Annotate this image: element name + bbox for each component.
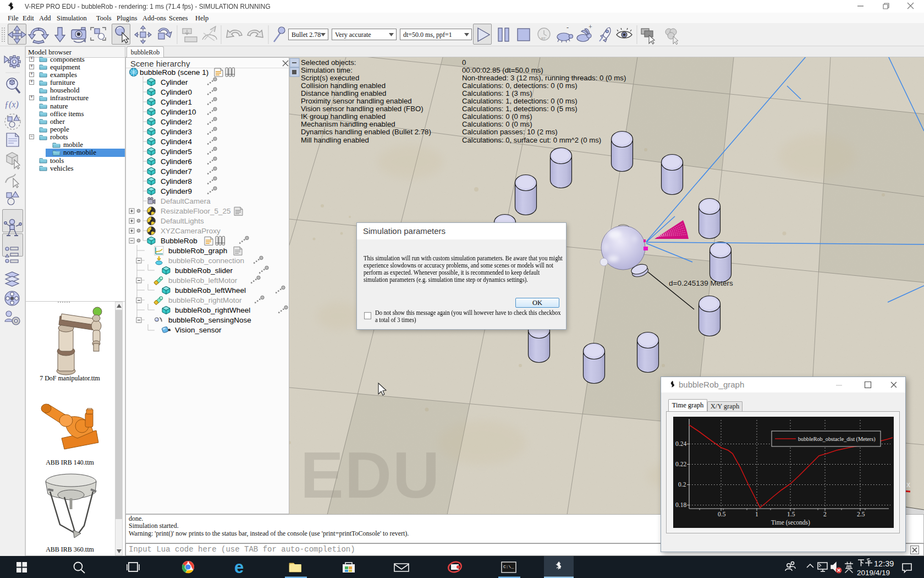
svg-text:0.22: 0.22 [675, 461, 686, 467]
svg-text:12:39: 12:39 [874, 559, 894, 568]
svg-text:Cylinder7: Cylinder7 [161, 167, 192, 176]
svg-text:Cylinder8: Cylinder8 [161, 177, 192, 186]
svg-text:Cylinder: Cylinder [161, 78, 188, 86]
svg-text:IK group handling enabled: IK group handling enabled [301, 112, 386, 121]
svg-text:bubbleRob_rightMotor: bubbleRob_rightMotor [168, 296, 242, 304]
svg-text:Cylinder5: Cylinder5 [161, 148, 192, 156]
svg-text:Vision_sensor: Vision_sensor [175, 326, 222, 334]
svg-text:Selected objects:: Selected objects: [301, 58, 356, 67]
svg-text:Calculations: 1, detections: 0: Calculations: 1, detections: 0 (5 ms) [462, 105, 578, 113]
svg-text:Cylinder3: Cylinder3 [161, 128, 192, 136]
svg-text:ResizableFloor_5_25: ResizableFloor_5_25 [161, 207, 231, 215]
svg-text:x: x [906, 480, 910, 489]
svg-text:Proximity sensor handling enab: Proximity sensor handling enabled [301, 97, 412, 105]
svg-text:C:\_: C:\_ [503, 564, 514, 569]
svg-text:EDU: EDU [300, 439, 441, 511]
svg-text:d=0.245139 Meters: d=0.245139 Meters [669, 279, 733, 287]
svg-text:bubbleRob_connection: bubbleRob_connection [168, 257, 244, 265]
svg-text:0.18: 0.18 [675, 501, 686, 508]
svg-text:Script(s) executed: Script(s) executed [301, 74, 359, 82]
svg-text:bubbleRob_leftWheel: bubbleRob_leftWheel [175, 286, 246, 295]
svg-text:DefaultCamera: DefaultCamera [161, 197, 211, 205]
svg-text:Calculation passes: 10 (2 ms): Calculation passes: 10 (2 ms) [462, 128, 558, 136]
svg-text:ƒ(x): ƒ(x) [4, 100, 19, 110]
svg-text:Calculations: 1 (3 ms): Calculations: 1 (3 ms) [462, 89, 532, 97]
svg-text:XYZCameraProxy: XYZCameraProxy [161, 227, 221, 235]
svg-text:Mechanism handling enabled: Mechanism handling enabled [301, 120, 395, 128]
svg-text:bubbleRob_graph: bubbleRob_graph [168, 247, 227, 255]
svg-text:Cylinder2: Cylinder2 [161, 118, 192, 126]
svg-text:bubbleRob_sensingNose: bubbleRob_sensingNose [168, 316, 251, 324]
svg-text:1.5: 1.5 [787, 511, 795, 517]
svg-text:Calculations: 0 (0 ms): Calculations: 0 (0 ms) [462, 112, 532, 121]
svg-text:1: 1 [755, 511, 758, 517]
svg-text:DefaultLights: DefaultLights [161, 217, 204, 225]
svg-text:Dynamics handling enabled (Bul: Dynamics handling enabled (Bullet 2.78) [301, 128, 431, 136]
svg-text:Mill handling enabled: Mill handling enabled [301, 136, 369, 144]
svg-text:Time (seconds): Time (seconds) [771, 519, 810, 526]
svg-text:0.2: 0.2 [678, 481, 686, 488]
svg-text:2019/4/19: 2019/4/19 [857, 569, 890, 577]
svg-text:bubbleRob (scene 1): bubbleRob (scene 1) [140, 68, 208, 77]
svg-text:Cylinder6: Cylinder6 [161, 157, 192, 166]
svg-text:Vision sensor handling enabled: Vision sensor handling enabled (FBO) [301, 105, 424, 113]
svg-text:Calculations: 1, detections: 0: Calculations: 1, detections: 0 (0 ms) [462, 97, 578, 105]
svg-text:RT: RT [541, 37, 546, 40]
svg-text:bubbleRob_leftMotor: bubbleRob_leftMotor [168, 276, 238, 285]
svg-text:00:00:02.85 (dt=50.0 ms): 00:00:02.85 (dt=50.0 ms) [462, 66, 543, 74]
svg-text:0.5: 0.5 [718, 511, 726, 517]
svg-text:Cylinder9: Cylinder9 [161, 187, 192, 195]
svg-text:Cylinder1: Cylinder1 [161, 98, 192, 106]
svg-text:e: e [234, 558, 244, 577]
svg-text:bubbleRob_slider: bubbleRob_slider [175, 266, 233, 275]
svg-text:Calculations: 0 (0 ms): Calculations: 0 (0 ms) [462, 120, 532, 128]
svg-text:Cylinder0: Cylinder0 [161, 88, 192, 96]
svg-text:Collision handling enabled: Collision handling enabled [301, 81, 386, 90]
svg-text:Non-threaded: 3 (12 ms), runni: Non-threaded: 3 (12 ms), running threads… [462, 74, 626, 82]
svg-text:-: - [566, 24, 569, 31]
svg-text:BubbleRob: BubbleRob [161, 237, 197, 245]
svg-text:Cylinder4: Cylinder4 [161, 138, 193, 146]
svg-text:Calculations: 0, surface cut:: Calculations: 0, surface cut: 0 mm^2 (0 … [462, 136, 601, 144]
svg-text:2: 2 [823, 511, 827, 517]
svg-text:Simulation time:: Simulation time: [301, 66, 353, 74]
svg-text:Cylinder10: Cylinder10 [161, 108, 196, 116]
svg-text:0.24: 0.24 [675, 440, 686, 447]
svg-text:Calculations: 0, detections: 0: Calculations: 0, detections: 0 (0 ms) [462, 81, 578, 90]
svg-text:Distance handling enabled: Distance handling enabled [301, 89, 386, 97]
svg-text:2.5: 2.5 [857, 511, 865, 517]
svg-text:bubbleRob_obstacle_dist (Meter: bubbleRob_obstacle_dist (Meters) [798, 436, 876, 443]
svg-text:+: + [588, 23, 592, 31]
svg-text:bubbleRob_rightWheel: bubbleRob_rightWheel [175, 306, 250, 314]
svg-text:0: 0 [462, 58, 466, 67]
